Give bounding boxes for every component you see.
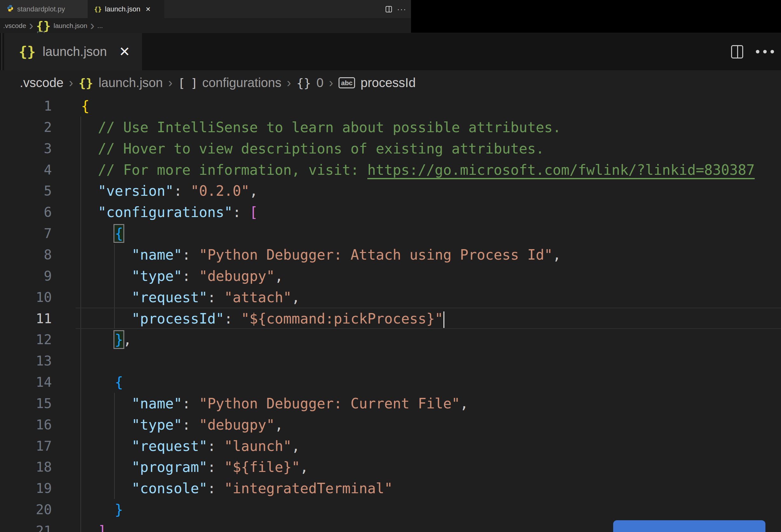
code-line[interactable]: 7 { [0,223,781,244]
code-line[interactable]: 13 [0,350,781,371]
token: "Python Debugger: Current File" [199,395,460,412]
line-content: "processId": "${command:pickProcess}" [81,308,444,329]
token: , [300,459,309,475]
small-breadcrumb[interactable]: .vscode›{}launch.json›... [0,18,411,33]
token: [ [250,204,258,220]
code-line[interactable]: 20 } [0,499,781,520]
token: : [224,311,241,327]
token: "request" [132,438,207,454]
token: { [115,374,123,390]
code-line[interactable]: 12 }, [0,329,781,350]
breadcrumb-item[interactable]: 0 [316,76,323,90]
token: "type" [132,268,182,284]
breadcrumb-item[interactable]: .vscode [20,76,64,90]
tab-launch-json-large[interactable]: {} launch.json ✕ [4,33,142,70]
json-file-icon[interactable]: {} [79,76,93,90]
code-line[interactable]: 16 "type": "debugpy", [0,414,781,436]
line-number: 17 [0,436,52,457]
token: : [182,247,199,263]
editor-group-edge [1,33,2,70]
close-icon[interactable]: ✕ [119,44,130,59]
token [81,183,98,199]
code-line[interactable]: 11 "processId": "${command:pickProcess}" [0,308,781,329]
token: // Use IntelliSense to learn about possi… [81,119,561,135]
code-line[interactable]: 8 "name": "Python Debugger: Attach using… [0,244,781,265]
code-line[interactable]: 14 { [0,371,781,393]
token: , [291,289,300,305]
code-line[interactable]: 19 "console": "integratedTerminal" [0,478,781,499]
token: , [291,438,300,454]
line-content: // For more information, visit: https://… [81,159,754,180]
tab-label: standardplot.py [17,5,65,13]
token [81,204,98,220]
token: , [275,268,283,284]
split-editor-icon[interactable] [385,6,392,12]
breadcrumb-item[interactable]: configurations [202,76,281,90]
code-line[interactable]: 10 "request": "attach", [0,287,781,308]
breadcrumb-item[interactable]: ... [97,22,103,30]
code-line[interactable]: 4 // For more information, visit: https:… [0,159,781,180]
code-line[interactable]: 1{ [0,95,781,117]
line-content: "configurations": [ [81,202,258,223]
breadcrumb-item[interactable]: .vscode [3,22,26,30]
json-file-icon[interactable]: {} [36,19,51,33]
token: : [182,395,199,412]
token: "integratedTerminal" [224,480,393,496]
code-line[interactable]: 3 // Hover to view descriptions of exist… [0,138,781,159]
breadcrumb-separator-icon: › [90,18,94,33]
token: "Python Debugger: Attach using Process I… [199,247,553,263]
close-icon[interactable]: ✕ [145,5,151,13]
token [81,417,132,433]
line-number: 9 [0,265,52,287]
string-symbol-icon[interactable]: abc [338,77,355,88]
token [81,374,115,390]
breadcrumb-item[interactable]: launch.json [53,22,87,30]
python-icon [6,4,14,14]
breadcrumb-item[interactable]: processId [361,76,415,90]
line-content: { [81,371,123,393]
code-line[interactable]: 2 // Use IntelliSense to learn about pos… [0,117,781,138]
big-tab-bar: {} launch.json ✕ [0,33,781,70]
token: } [115,501,123,518]
token [81,331,115,348]
breadcrumb-item[interactable]: launch.json [98,76,163,90]
code-editor[interactable]: 1{2 // Use IntelliSense to learn about p… [0,95,781,532]
line-content: "type": "debugpy", [81,414,283,436]
code-line[interactable]: 9 "type": "debugpy", [0,265,781,287]
tab-standardplot-py[interactable]: standardplot.py [0,0,88,18]
token: "program" [132,459,207,475]
line-content: // Hover to view descriptions of existin… [81,138,544,159]
matched-bracket: { [115,225,123,242]
token [81,225,115,242]
code-line[interactable]: 18 "program": "${file}", [0,456,781,478]
line-content: "type": "debugpy", [81,265,283,287]
notification-action-button[interactable] [613,520,766,532]
more-actions-icon[interactable] [756,50,774,53]
token: "processId" [132,311,224,327]
line-number: 21 [0,520,52,532]
line-content: { [81,95,90,117]
line-number: 5 [0,180,52,202]
token: : [182,417,199,433]
line-content: } [81,499,123,520]
text-cursor [443,312,444,328]
split-editor-icon[interactable] [731,45,743,58]
token: "version" [98,183,173,199]
line-content: // Use IntelliSense to learn about possi… [81,117,561,138]
code-line[interactable]: 5 "version": "0.2.0", [0,180,781,202]
small-tab-bar: standardplot.py {} launch.json ✕ ··· [0,0,411,18]
breadcrumb-separator-icon: › [168,76,172,90]
tab-launch-json[interactable]: {} launch.json ✕ [88,0,164,18]
object-symbol-icon[interactable]: {} [296,76,311,90]
code-line[interactable]: 17 "request": "launch", [0,436,781,457]
token: "request" [132,289,207,305]
token: // For more information, visit: [81,162,367,178]
code-line[interactable]: 6 "configurations": [ [0,202,781,223]
big-breadcrumb[interactable]: .vscode›{}launch.json›[ ]configurations›… [0,70,781,95]
token: : [207,438,224,454]
json-braces-icon: {} [19,44,36,60]
token [81,289,132,305]
more-actions-icon[interactable]: ··· [397,6,407,12]
array-symbol-icon[interactable]: [ ] [178,76,197,90]
code-line[interactable]: 15 "name": "Python Debugger: Current Fil… [0,393,781,414]
